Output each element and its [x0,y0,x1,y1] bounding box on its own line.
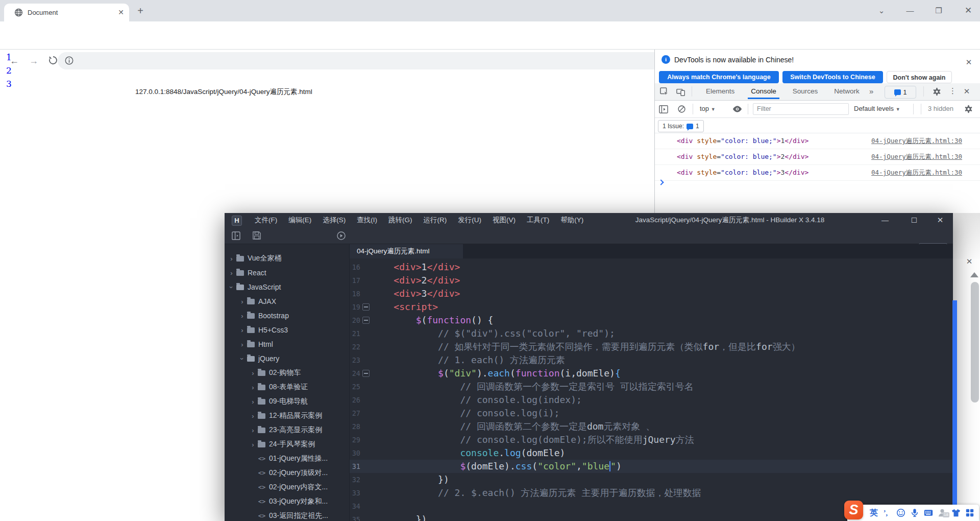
chevron-closed-icon[interactable]: › [228,269,235,277]
tree-item[interactable]: <>02-jQuery内容文... [225,480,350,494]
clear-console-icon[interactable] [677,105,686,113]
tab-close-icon[interactable]: ✕ [116,8,126,17]
code-line[interactable]: 23 // 1. each() 方法遍历元素 [350,353,953,367]
run-icon[interactable] [337,231,346,240]
chevron-closed-icon[interactable]: › [238,312,246,320]
tree-item[interactable]: ›React [225,266,350,280]
device-toolbar-icon[interactable] [676,87,685,97]
chevron-closed-icon[interactable]: › [238,298,246,305]
menu-item[interactable]: 发行(U) [452,216,487,225]
new-tab-button[interactable]: + [134,5,147,18]
chevron-closed-icon[interactable]: › [249,398,257,406]
devtools-tab-sources[interactable]: Sources [793,83,818,99]
hbuilder-close-button[interactable]: ✕ [932,213,949,227]
forward-icon[interactable]: → [27,54,41,68]
tree-item[interactable]: ›09-电梯导航 [225,394,350,409]
inspect-element-icon[interactable] [660,87,669,97]
console-message[interactable]: <div style="color: blue;">2</div> [677,149,808,164]
live-expression-eye-icon[interactable] [732,105,742,113]
window-close-button[interactable]: ✕ [961,4,976,17]
code-line[interactable]: 31 $(domEle).css("color","blue") [350,460,953,473]
code-line[interactable]: 24 $("div").each(function(i,domEle){ [350,367,953,380]
strip-close-icon[interactable]: ✕ [965,257,974,266]
tree-item[interactable]: ›02-购物车 [225,366,350,380]
fold-marker-icon[interactable] [362,303,370,311]
hbuilder-minimize-button[interactable]: — [876,213,894,227]
chevron-closed-icon[interactable]: › [249,369,257,377]
browser-tab[interactable]: Document ✕ [4,4,129,21]
code-line[interactable]: 29 // console.log(domEle);所以不能使用jQuery方法 [350,433,953,446]
window-minimize-button[interactable]: — [902,4,918,17]
menu-item[interactable]: 文件(F) [249,216,283,225]
hbuilder-maximize-button[interactable]: ☐ [905,213,923,227]
chevron-closed-icon[interactable]: › [249,384,257,391]
page-info-icon[interactable] [65,56,74,65]
log-levels-dropdown[interactable]: Default levels ▼ [854,105,900,112]
settings-gear-icon[interactable] [933,87,941,96]
code-line[interactable]: 16 <div>1</div> [350,260,953,274]
tree-item[interactable]: ›JavaScript [225,280,350,294]
tree-item[interactable]: ›H5+Css3 [225,323,350,337]
ime-language-mode[interactable]: 英 [870,508,878,518]
console-message[interactable]: <div style="color: blue;">3</div> [677,165,808,180]
code-line[interactable]: 28 // 回调函数第二个参数一定是dom元素对象 、 [350,420,953,433]
code-line[interactable]: 32 }) [350,473,953,486]
code-line[interactable]: 18 <div>3</div> [350,287,953,300]
code-line[interactable]: 22 // 如果针对于同一类元素做不同操作，需要用到遍历元素（类似for，但是比… [350,340,953,353]
code-line[interactable]: 21 // $("div").css("color", "red"); [350,327,953,340]
fold-marker-icon[interactable] [362,317,370,324]
tab-search-chevron-icon[interactable]: ⌄ [874,4,889,17]
url-text[interactable]: 127.0.0.1:8848/JavaScript/jQuery/04-jQue… [135,87,312,97]
tree-item[interactable]: <>03-jQuery对象和... [225,494,350,509]
menu-item[interactable]: 工具(T) [521,216,555,225]
switch-chinese-button[interactable]: Switch DevTools to Chinese [782,71,883,83]
tree-item[interactable]: ›AJAX [225,294,350,309]
menu-item[interactable]: 跳转(G) [383,216,418,225]
scrollbar-thumb[interactable] [971,282,979,402]
tree-item[interactable]: <>02-jQuery顶级对... [225,466,350,480]
menu-item[interactable]: 视图(V) [487,216,521,225]
code-editor[interactable]: 16 <div>1</div>17 <div>2</div>18 <div>3<… [350,258,953,521]
code-line[interactable]: 25 // 回调函数第一个参数一定是索引号 可以指定索引号名 [350,380,953,393]
menu-item[interactable]: 查找(I) [351,216,383,225]
devtools-menu-dots-icon[interactable]: ⋮ [949,86,957,96]
more-tabs-icon[interactable]: » [869,83,873,99]
code-line[interactable]: 19 <script> [350,300,953,314]
console-message[interactable]: <div style="color: blue;">1</div> [677,133,808,148]
console-filter-input[interactable]: Filter [753,103,849,115]
console-settings-gear-icon[interactable] [964,105,973,113]
chat-issues-badge[interactable]: 1 [885,86,916,99]
menu-item[interactable]: 编辑(E) [283,216,317,225]
console-prompt-chevron-icon[interactable] [659,180,664,185]
chevron-open-icon[interactable]: › [238,355,246,363]
menu-item[interactable]: 运行(R) [418,216,453,225]
fold-marker-icon[interactable] [362,370,370,377]
chevron-closed-icon[interactable]: › [249,441,257,448]
chevron-closed-icon[interactable]: › [249,412,257,420]
chevron-closed-icon[interactable]: › [249,427,257,434]
menu-item[interactable]: 选择(S) [317,216,351,225]
sogou-logo-icon[interactable]: S [844,501,863,519]
dont-show-again-button[interactable]: Don't show again [887,71,952,83]
chevron-closed-icon[interactable]: › [238,326,246,334]
code-line[interactable]: 17 <div>2</div> [350,274,953,287]
scrollbar-up-arrow[interactable] [970,272,978,277]
tree-item[interactable]: ›12-精品展示案例 [225,409,350,423]
code-line[interactable]: 27 // console.log(i); [350,407,953,420]
chevron-closed-icon[interactable]: › [238,341,246,348]
tree-item[interactable]: ›24-手风琴案例 [225,437,350,452]
window-maximize-button[interactable]: ❐ [931,4,946,17]
tree-item[interactable]: ›08-表单验证 [225,380,350,394]
code-line[interactable]: 33 // 2. $.each() 方法遍历元素 主要用于遍历数据，处理数据 [350,486,953,500]
voice-mic-icon[interactable] [910,508,919,517]
devtools-tab-elements[interactable]: Elements [706,83,734,99]
tree-item[interactable]: <>03-返回指定祖先... [225,509,350,521]
banner-close-icon[interactable]: ✕ [964,58,973,67]
hidden-messages-label[interactable]: 3 hidden [928,105,953,112]
toggle-sidebar-icon[interactable] [232,231,240,240]
context-selector[interactable]: top ▼ [700,105,716,112]
punctuation-icon[interactable]: ’, [883,508,892,517]
tree-item[interactable]: ›jQuery [225,351,350,366]
tree-item[interactable]: ›Vue全家桶 [225,251,350,266]
issues-counter[interactable]: 1 Issue: 1 [658,120,704,132]
